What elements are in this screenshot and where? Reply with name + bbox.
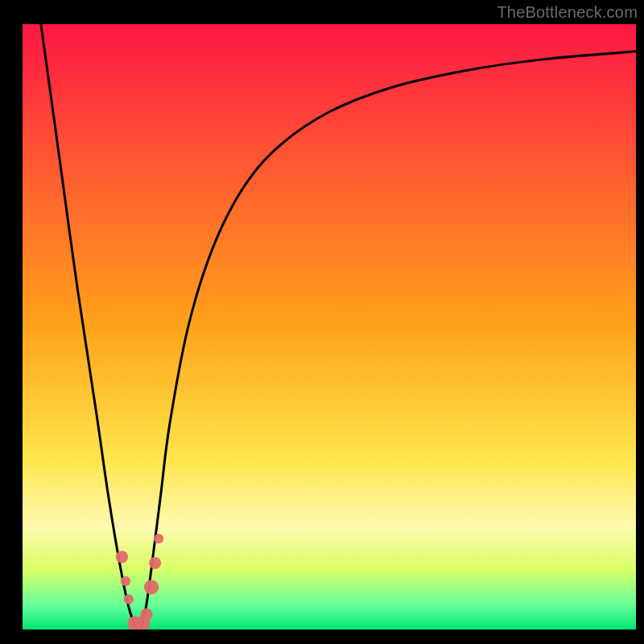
- highlight-point: [154, 534, 163, 543]
- chart-container: TheBottleneck.com: [0, 0, 644, 644]
- highlight-point: [140, 609, 152, 621]
- highlight-point: [121, 576, 130, 586]
- highlight-point: [124, 594, 134, 604]
- bottleneck-chart: [0, 0, 644, 644]
- highlight-point: [144, 580, 159, 594]
- highlight-point: [149, 557, 161, 569]
- watermark-text: TheBottleneck.com: [497, 3, 638, 22]
- highlight-point: [116, 551, 128, 563]
